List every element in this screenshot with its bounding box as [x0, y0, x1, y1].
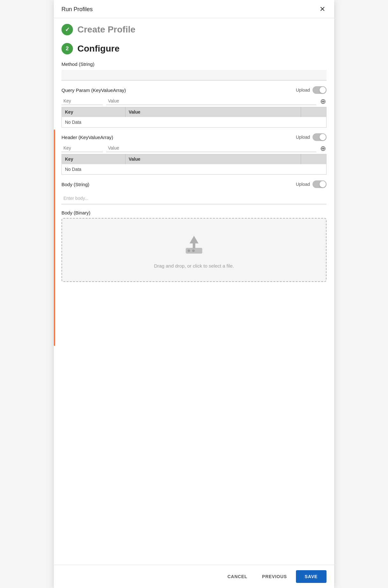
svg-rect-4 [193, 243, 195, 248]
header-kv-input-row: ⊕ [61, 144, 327, 152]
body-upload-row: Upload [296, 180, 327, 188]
method-label-row: Method (String) [61, 61, 327, 67]
header-table-key-header: Key [62, 154, 126, 164]
check-icon: ✓ [65, 26, 70, 33]
modal-title: Run Profiles [61, 6, 93, 13]
save-button[interactable]: SAVE [296, 570, 327, 583]
body-string-label: Body (String) [61, 182, 90, 187]
body-string-section: Body (String) Upload [61, 180, 327, 204]
body-upload-label: Upload [296, 182, 310, 187]
header-key-input[interactable] [61, 144, 103, 152]
body-binary-label: Body (Binary) [61, 210, 327, 215]
query-kv-input-row: ⊕ [61, 97, 327, 105]
query-upload-label: Upload [296, 88, 310, 93]
method-input[interactable] [61, 73, 327, 78]
method-section: Method (String) [61, 61, 327, 80]
header-table-action-header [301, 154, 327, 164]
header-no-data: No Data [62, 164, 327, 175]
header-add-button[interactable]: ⊕ [320, 145, 327, 152]
svg-point-2 [192, 249, 195, 252]
header-upload-row: Upload [296, 133, 327, 141]
upload-icon [181, 234, 207, 256]
header-label-row: Header (KeyValueArray) Upload [61, 133, 327, 141]
body-binary-section: Body (Binary) Drag and drop, or click to… [61, 210, 327, 282]
modal-header: Run Profiles ✕ [54, 0, 334, 18]
query-key-input[interactable] [61, 97, 103, 105]
query-param-table: Key Value No Data [61, 107, 327, 128]
query-add-button[interactable]: ⊕ [320, 98, 327, 105]
body-upload-toggle[interactable] [313, 180, 327, 188]
upload-icon-wrap [181, 234, 207, 257]
modal-footer: CANCEL PREVIOUS SAVE [54, 565, 334, 588]
body-input-wrap [61, 191, 327, 204]
step1-label: Create Profile [77, 24, 135, 35]
dropzone-text: Drag and drop, or click to select a file… [154, 263, 234, 269]
svg-marker-3 [190, 236, 198, 243]
header-value-input[interactable] [106, 144, 316, 152]
step1-row: ✓ Create Profile [61, 18, 327, 37]
query-param-label: Query Param (KeyValueArray) [61, 88, 126, 93]
body-binary-dropzone[interactable]: Drag and drop, or click to select a file… [61, 218, 327, 282]
header-table: Key Value No Data [61, 154, 327, 175]
step2-label: Configure [77, 44, 119, 54]
step2-row: 2 Configure [61, 37, 327, 56]
run-profiles-modal: Run Profiles ✕ ✓ Create Profile 2 Config… [54, 0, 334, 588]
modal-body: ✓ Create Profile 2 Configure Method (Str… [54, 18, 334, 565]
header-section: Header (KeyValueArray) Upload ⊕ Key Valu… [61, 133, 327, 175]
query-value-input[interactable] [106, 97, 316, 105]
method-input-wrap [61, 70, 327, 80]
table-row: No Data [62, 164, 327, 175]
header-label: Header (KeyValueArray) [61, 135, 113, 140]
previous-button[interactable]: PREVIOUS [256, 571, 293, 582]
header-upload-label: Upload [296, 135, 310, 140]
step1-badge: ✓ [61, 24, 73, 35]
query-table-value-header: Value [126, 107, 301, 117]
step2-number: 2 [66, 46, 68, 52]
method-label: Method (String) [61, 61, 94, 67]
step2-badge: 2 [61, 43, 73, 54]
body-string-label-row: Body (String) Upload [61, 180, 327, 188]
query-param-section: Query Param (KeyValueArray) Upload ⊕ Key… [61, 86, 327, 128]
header-upload-toggle[interactable] [313, 133, 327, 141]
query-upload-row: Upload [296, 86, 327, 94]
query-table-action-header [301, 107, 327, 117]
close-button[interactable]: ✕ [318, 6, 327, 13]
svg-point-1 [188, 249, 190, 252]
query-param-label-row: Query Param (KeyValueArray) Upload [61, 86, 327, 94]
header-table-value-header: Value [126, 154, 301, 164]
query-upload-toggle[interactable] [313, 86, 327, 94]
body-string-input[interactable] [61, 194, 327, 203]
table-row: No Data [62, 117, 327, 128]
query-table-key-header: Key [62, 107, 126, 117]
cancel-button[interactable]: CANCEL [222, 571, 253, 582]
query-no-data: No Data [62, 117, 327, 128]
accent-bar [54, 130, 55, 346]
